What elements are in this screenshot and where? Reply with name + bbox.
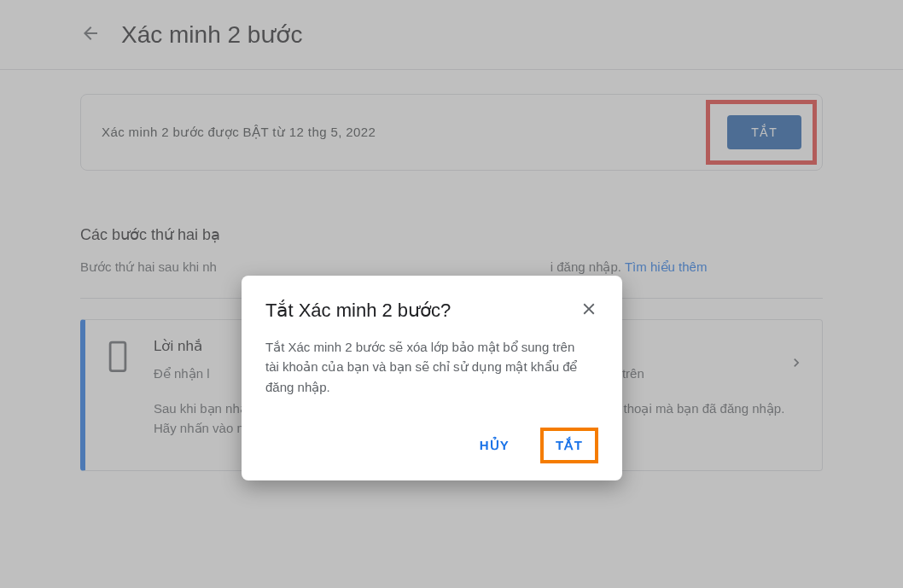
dialog-header: Tắt Xác minh 2 bước?: [265, 300, 598, 322]
cancel-button[interactable]: HỦY: [469, 429, 520, 462]
annotation-highlight-orange: TẮT: [540, 428, 598, 463]
confirm-turn-off-button[interactable]: TẮT: [556, 438, 583, 453]
dialog-body: Tắt Xác minh 2 bước sẽ xóa lớp bảo mật b…: [265, 337, 598, 397]
dialog-actions: HỦY TẮT: [265, 428, 598, 463]
dialog-title: Tắt Xác minh 2 bước?: [265, 300, 451, 322]
turn-off-dialog: Tắt Xác minh 2 bước? Tắt Xác minh 2 bước…: [242, 276, 622, 480]
close-button[interactable]: [580, 300, 598, 321]
close-icon: [580, 300, 598, 318]
